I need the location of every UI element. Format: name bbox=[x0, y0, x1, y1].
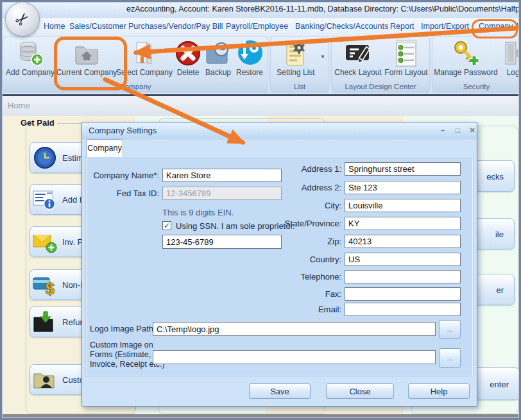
dollar-glyph: $ bbox=[46, 279, 55, 297]
setting-list-icon bbox=[282, 39, 310, 67]
logo-image-path-input[interactable] bbox=[153, 322, 436, 336]
ribbon-group-security: Manage Password Logout Security bbox=[432, 37, 521, 93]
dialog-title: Company Settings bbox=[89, 126, 157, 135]
ribbon-item-select-company[interactable]: Select Company bbox=[116, 39, 170, 83]
ribbon-group-label: Company bbox=[3, 81, 268, 92]
right-panel-button-label: er bbox=[496, 285, 504, 294]
custom-image-browse-button[interactable]: ... bbox=[439, 348, 461, 368]
ribbon-group-list: Setting List ▼ List bbox=[270, 37, 329, 93]
breadcrumb: Home bbox=[8, 101, 30, 110]
ribbon-item-label: Form Layout bbox=[384, 68, 428, 77]
check-layout-icon bbox=[344, 39, 372, 67]
logo-browse-button[interactable]: ... bbox=[439, 320, 461, 339]
menu-report[interactable]: Report bbox=[390, 22, 414, 31]
menu-company[interactable]: Company bbox=[479, 22, 513, 31]
address1-input[interactable] bbox=[345, 162, 461, 176]
ribbon-item-backup[interactable]: Backup bbox=[203, 39, 233, 83]
ribbon-item-label: Backup bbox=[203, 68, 233, 77]
ribbon-group-company: Add Company Current Company Select Compa… bbox=[3, 37, 268, 93]
app-logo-icon[interactable]: ✂ bbox=[5, 2, 40, 37]
ribbon-item-manage-password[interactable]: Manage Password bbox=[434, 39, 498, 83]
company-settings-dialog: Company Settings – □ ✕ Company Company N… bbox=[81, 122, 477, 407]
telephone-label: Telephone: bbox=[262, 272, 341, 281]
ribbon-group-label: Security bbox=[432, 81, 520, 92]
ribbon-item-form-layout[interactable]: Form Layout bbox=[384, 39, 428, 83]
state-province-label: State/Province: bbox=[262, 219, 341, 228]
tab-company[interactable]: Company bbox=[86, 139, 123, 157]
fax-input[interactable] bbox=[345, 287, 461, 301]
ribbon-item-label: Manage Password bbox=[434, 68, 498, 77]
ribbon-item-label: Delete bbox=[173, 68, 203, 77]
delete-icon bbox=[174, 39, 202, 67]
address2-input[interactable] bbox=[345, 181, 461, 194]
dialog-maximize-button[interactable]: □ bbox=[452, 125, 463, 135]
save-button[interactable]: Save bbox=[249, 383, 311, 399]
menu-sales-customer[interactable]: Sales/Customer bbox=[69, 22, 126, 31]
ribbon-item-add-company[interactable]: Add Company bbox=[4, 39, 56, 83]
custom-image-input[interactable] bbox=[153, 350, 436, 364]
help-button[interactable]: Help bbox=[408, 383, 470, 399]
custom-image-label-line1: Custom Image on bbox=[90, 340, 165, 350]
close-button[interactable]: Close bbox=[326, 383, 394, 399]
backup-icon bbox=[204, 39, 232, 67]
ribbon-group-label: List bbox=[271, 81, 329, 92]
ribbon-group-layout-design-center: Check Layout Form Layout Layout Design C… bbox=[331, 37, 430, 93]
ribbon: Add Company Current Company Select Compa… bbox=[0, 35, 521, 94]
ribbon-item-setting-list[interactable]: Setting List bbox=[273, 39, 318, 83]
breadcrumb-bar: Home bbox=[0, 96, 521, 117]
country-input[interactable] bbox=[345, 253, 461, 266]
dialog-close-button[interactable]: ✕ bbox=[466, 125, 478, 135]
company-name-label: Company Name*: bbox=[87, 171, 159, 180]
address2-label: Address 2: bbox=[262, 183, 341, 192]
window-title: ezAccounting, Account: Karen StoreBK2016… bbox=[126, 4, 520, 13]
right-panel-button-label: ile bbox=[495, 229, 504, 239]
credit-card-dollar-icon: $ bbox=[33, 273, 57, 297]
address1-label: Address 1: bbox=[262, 164, 341, 174]
logo-image-path-label: Logo Image Path: bbox=[90, 324, 156, 333]
ribbon-item-label: Select Company bbox=[116, 68, 170, 77]
menu-bar: Home Sales/Customer Purchases/Vendor/Pay… bbox=[0, 18, 521, 35]
customers-folder-icon bbox=[33, 367, 57, 392]
menu-help[interactable]: Help bbox=[517, 22, 521, 31]
form-layout-icon bbox=[392, 39, 420, 67]
refund-folder-icon bbox=[33, 310, 57, 334]
ribbon-item-label: Setting List bbox=[273, 68, 318, 77]
right-panel-button-label: enter bbox=[490, 379, 509, 389]
telephone-input[interactable] bbox=[345, 270, 461, 283]
ribbon-item-logout[interactable]: Logout bbox=[499, 39, 521, 83]
right-panel-button-label: ecks bbox=[486, 171, 504, 181]
ribbon-item-delete[interactable]: Delete bbox=[173, 39, 203, 83]
city-input[interactable] bbox=[345, 199, 461, 212]
ribbon-item-check-layout[interactable]: Check Layout bbox=[333, 39, 383, 83]
sidebar-button-label: Estim bbox=[62, 153, 83, 163]
dialog-minimize-button[interactable]: – bbox=[437, 125, 448, 135]
ribbon-item-restore[interactable]: Restore bbox=[234, 39, 265, 83]
ribbon-item-current-company[interactable]: Current Company bbox=[56, 39, 117, 83]
ribbon-item-label: Logout bbox=[499, 68, 521, 77]
ssn-checkbox[interactable]: ✓ bbox=[162, 221, 171, 230]
state-province-input[interactable] bbox=[345, 217, 461, 230]
current-company-icon bbox=[73, 39, 101, 67]
menu-home[interactable]: Home bbox=[44, 22, 65, 31]
select-company-icon bbox=[129, 39, 157, 67]
bottom-gray-bar bbox=[2, 414, 519, 420]
get-paid-title: Get Paid bbox=[18, 118, 57, 128]
invoice-payment-envelope-icon bbox=[33, 230, 57, 254]
menu-purchases-vendor-pay-bill[interactable]: Purchases/Vendor/Pay Bill bbox=[128, 22, 223, 31]
add-invoice-icon bbox=[33, 187, 57, 212]
city-label: City: bbox=[262, 201, 341, 210]
menu-payroll-employee[interactable]: Payroll/Employee bbox=[226, 22, 288, 31]
ribbon-item-label: Check Layout bbox=[333, 68, 383, 77]
email-label: Email: bbox=[262, 305, 341, 314]
estimate-clock-icon bbox=[33, 146, 57, 170]
setting-list-dropdown-icon[interactable]: ▼ bbox=[320, 54, 325, 60]
menu-banking-checks-accounts[interactable]: Banking/Checks/Accounts bbox=[295, 22, 388, 31]
menu-import-export[interactable]: Import/Export bbox=[421, 22, 469, 31]
zip-input[interactable] bbox=[345, 235, 461, 248]
ribbon-item-label: Restore bbox=[234, 68, 265, 77]
country-label: Country: bbox=[262, 255, 341, 264]
fed-tax-id-label: Fed Tax ID: bbox=[87, 189, 159, 198]
manage-password-icon bbox=[452, 39, 480, 67]
email-input[interactable] bbox=[345, 303, 461, 316]
app-window: ezAccounting, Account: Karen StoreBK2016… bbox=[0, 0, 521, 420]
